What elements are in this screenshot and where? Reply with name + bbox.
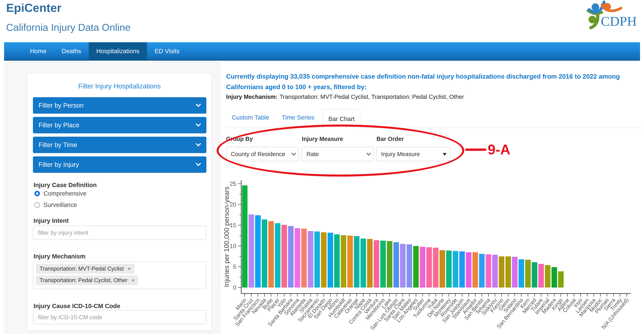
bar[interactable] — [486, 254, 491, 288]
bar[interactable] — [367, 239, 373, 288]
bar[interactable] — [433, 248, 438, 288]
bar[interactable] — [380, 241, 386, 288]
chevron-down-icon — [196, 124, 201, 127]
nav-item-deaths[interactable]: Deaths — [54, 42, 89, 60]
bar[interactable] — [532, 262, 537, 288]
bar[interactable] — [387, 241, 392, 288]
tab-bar-chart[interactable]: Bar Chart — [323, 109, 360, 129]
y-tick-label: 25 — [230, 180, 236, 187]
annotation-label: 9-A — [488, 142, 510, 158]
filter-panel: Filter Injury Hospitalizations Filter by… — [27, 73, 212, 331]
bar[interactable] — [506, 256, 511, 288]
bar[interactable] — [413, 246, 419, 288]
bar[interactable] — [558, 271, 564, 288]
injury-rate-bar-chart[interactable]: 0510152025Injuries per 100,000 person-ye… — [216, 176, 644, 334]
accordion-label: Filter by Place — [38, 122, 79, 129]
group-by-label: Group By — [226, 136, 253, 142]
bar[interactable] — [255, 215, 261, 288]
tab-custom-table[interactable]: Custom Table — [232, 114, 269, 121]
injury-cause-heading: Injury Cause ICD-10-CM Code — [34, 303, 120, 310]
bar[interactable] — [308, 231, 313, 288]
mechanism-tag: Transportation: Pedal Cyclist, Other × — [36, 276, 138, 285]
main-nav: Home Deaths Hospitalizations ED Visits — [4, 42, 640, 61]
accordion-filter-by-place[interactable]: Filter by Place — [33, 117, 206, 133]
radio-selected-icon[interactable] — [34, 191, 40, 196]
bar[interactable] — [459, 251, 465, 288]
injury-intent-input[interactable] — [33, 226, 206, 240]
bar[interactable] — [446, 251, 452, 288]
accordion-filter-by-time[interactable]: Filter by Time — [33, 137, 206, 153]
radio-comprehensive[interactable]: Comprehensive — [34, 190, 86, 197]
bar[interactable] — [499, 256, 504, 288]
bar[interactable] — [545, 265, 550, 288]
bar-order-label: Bar Order — [376, 136, 404, 142]
bar[interactable] — [479, 254, 484, 288]
bar[interactable] — [321, 232, 326, 288]
radio-label: Surveillance — [44, 201, 77, 208]
nav-item-ed-visits[interactable]: ED Visits — [147, 42, 187, 60]
filter-summary-line: Injury Mechanism:Transportation: MVT-Ped… — [226, 94, 464, 100]
bar[interactable] — [552, 267, 557, 288]
radio-label: Comprehensive — [44, 190, 86, 197]
icd-code-input[interactable] — [33, 310, 206, 324]
injury-mechanism-multiselect[interactable]: Transportation: MVT-Pedal Cyclist × Tran… — [33, 262, 206, 289]
chevron-down-icon — [196, 104, 201, 107]
bar[interactable] — [347, 236, 353, 288]
bar[interactable] — [248, 214, 254, 288]
bar[interactable] — [472, 252, 478, 288]
injury-measure-select[interactable]: Rate — [302, 147, 374, 161]
bar[interactable] — [466, 252, 472, 288]
accordion-filter-by-person[interactable]: Filter by Person — [33, 97, 206, 114]
bar[interactable] — [295, 228, 300, 288]
app-subtitle: California Injury Data Online — [6, 22, 130, 33]
bar[interactable] — [440, 250, 445, 288]
bar[interactable] — [275, 223, 280, 288]
bar[interactable] — [420, 247, 425, 288]
bar[interactable] — [394, 242, 399, 288]
annotation-connector-line — [466, 149, 486, 151]
bar[interactable] — [282, 225, 287, 288]
accordion-filter-by-injury[interactable]: Filter by Injury — [33, 157, 206, 173]
bar[interactable] — [453, 251, 458, 288]
tab-time-series[interactable]: Time Series — [282, 114, 314, 121]
bar[interactable] — [301, 229, 307, 288]
bar[interactable] — [525, 260, 531, 288]
bar[interactable] — [360, 239, 366, 288]
filter-panel-title: Filter Injury Hospitalizations — [27, 82, 212, 90]
app-title: EpiCenter — [6, 1, 62, 15]
bar[interactable] — [242, 185, 248, 288]
tag-label: Transportation: MVT-Pedal Cyclist — [40, 266, 124, 272]
nav-item-home[interactable]: Home — [22, 42, 54, 60]
bar-order-select[interactable]: Injury Measure — [376, 147, 451, 161]
bar[interactable] — [518, 259, 524, 288]
filter-summary-label: Injury Mechanism: — [226, 94, 278, 100]
bar[interactable] — [354, 236, 360, 288]
remove-tag-icon[interactable]: × — [132, 277, 134, 283]
bar[interactable] — [374, 240, 379, 288]
injury-mechanism-heading: Injury Mechanism — [34, 253, 86, 260]
group-by-select[interactable]: County of Residence — [226, 147, 299, 161]
bar[interactable] — [426, 247, 432, 288]
bar[interactable] — [334, 234, 340, 288]
remove-tag-icon[interactable]: × — [128, 266, 131, 272]
bar[interactable] — [268, 221, 274, 288]
bar[interactable] — [328, 233, 333, 288]
logo-blue-head — [592, 3, 599, 11]
bar[interactable] — [262, 219, 267, 288]
bar[interactable] — [288, 226, 294, 288]
nav-item-hospitalizations[interactable]: Hospitalizations — [89, 42, 147, 60]
radio-unselected-icon[interactable] — [34, 202, 40, 208]
radio-surveillance[interactable]: Surveillance — [34, 201, 77, 208]
injury-case-definition-heading: Injury Case Definition — [34, 181, 97, 188]
y-tick-label: 10 — [230, 243, 236, 249]
injury-intent-heading: Injury Intent — [34, 217, 69, 224]
bar[interactable] — [538, 264, 544, 288]
bar[interactable] — [314, 232, 320, 288]
y-tick-label: 0 — [233, 284, 236, 291]
bar[interactable] — [512, 257, 518, 288]
bar[interactable] — [492, 255, 498, 288]
bar[interactable] — [341, 235, 346, 288]
chevron-down-icon — [292, 153, 296, 156]
bar[interactable] — [400, 244, 406, 288]
bar[interactable] — [406, 244, 412, 288]
